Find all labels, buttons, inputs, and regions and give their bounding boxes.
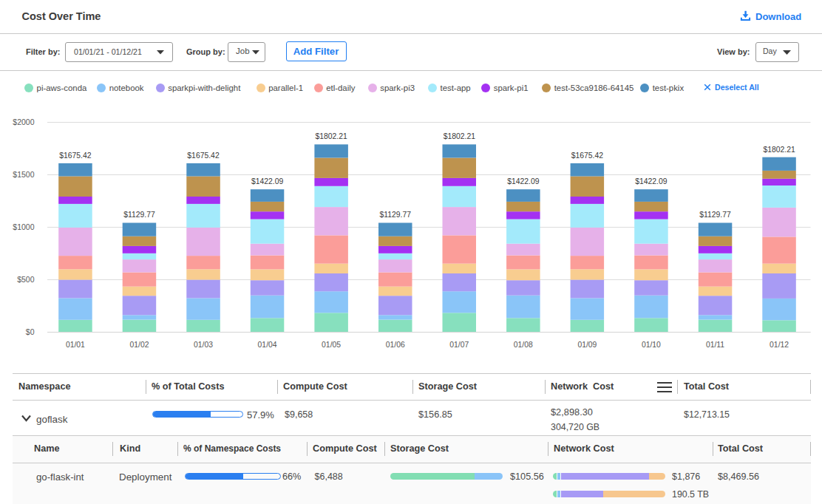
svg-text:01/04: 01/04 bbox=[258, 341, 277, 349]
svg-text:$1422.09: $1422.09 bbox=[635, 177, 668, 185]
svg-text:01/06: 01/06 bbox=[386, 341, 405, 349]
svg-text:$1802.21: $1802.21 bbox=[315, 132, 347, 140]
svg-text:01/05: 01/05 bbox=[322, 341, 341, 349]
svg-text:$1802.21: $1802.21 bbox=[444, 132, 476, 140]
svg-text:01/01: 01/01 bbox=[66, 341, 85, 349]
svg-text:$1500: $1500 bbox=[13, 170, 34, 179]
svg-text:01/02: 01/02 bbox=[129, 341, 149, 349]
svg-text:01/08: 01/08 bbox=[514, 341, 533, 349]
svg-text:01/09: 01/09 bbox=[577, 341, 597, 349]
svg-text:01/11: 01/11 bbox=[706, 341, 724, 349]
svg-text:$1129.77: $1129.77 bbox=[379, 211, 411, 219]
svg-text:$1422.09: $1422.09 bbox=[507, 177, 540, 185]
svg-text:$1422.09: $1422.09 bbox=[251, 177, 284, 185]
svg-text:01/12: 01/12 bbox=[770, 341, 789, 349]
svg-text:01/10: 01/10 bbox=[642, 341, 661, 349]
svg-text:$2000: $2000 bbox=[13, 118, 34, 126]
svg-text:$1000: $1000 bbox=[13, 222, 34, 231]
svg-text:$1802.21: $1802.21 bbox=[763, 146, 795, 154]
svg-text:01/07: 01/07 bbox=[449, 341, 469, 349]
svg-text:$1129.77: $1129.77 bbox=[699, 211, 731, 219]
svg-text:$1129.77: $1129.77 bbox=[123, 211, 155, 219]
svg-text:$0: $0 bbox=[26, 327, 35, 336]
svg-text:$1675.42: $1675.42 bbox=[571, 151, 604, 160]
svg-text:$1675.42: $1675.42 bbox=[59, 151, 92, 160]
svg-text:$500: $500 bbox=[17, 275, 35, 284]
svg-text:01/03: 01/03 bbox=[194, 341, 213, 349]
svg-text:$1675.42: $1675.42 bbox=[187, 151, 220, 160]
